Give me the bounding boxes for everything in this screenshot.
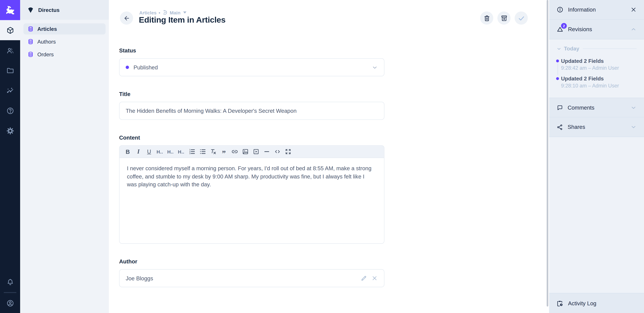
module-help[interactable]: [0, 100, 20, 121]
status-dot-icon: [126, 66, 129, 69]
account-circle-icon: [6, 299, 14, 307]
author-relation-field[interactable]: Joe Bloggs: [119, 269, 384, 287]
sidebar-section-activity-log[interactable]: Activity Log: [549, 293, 644, 313]
edit-pencil-icon[interactable]: [360, 275, 367, 282]
revision-meta: 9:28:10 am – Admin User: [561, 83, 636, 89]
status-value: Published: [134, 64, 158, 70]
content-scrollbar[interactable]: [547, 0, 548, 307]
remove-format-button[interactable]: [208, 146, 218, 157]
nav-item-articles[interactable]: Articles: [24, 23, 106, 34]
revisions-group-label: Today: [564, 45, 579, 52]
revision-entry[interactable]: Updated 2 Fields 9:28:42 am – Admin User: [556, 58, 636, 71]
project-info[interactable]: Directus: [20, 0, 109, 20]
link-button[interactable]: [229, 146, 240, 157]
revision-entry[interactable]: Updated 2 Fields 9:28:10 am – Admin User: [556, 76, 636, 89]
title-input[interactable]: The Hidden Benefits of Morning Walks: A …: [119, 102, 384, 120]
bell-icon: [6, 278, 14, 286]
chevron-down-icon: [556, 46, 561, 51]
bullet-list-button[interactable]: [197, 146, 208, 157]
caret-down-icon[interactable]: [183, 11, 187, 13]
navigation-panel: Directus Articles: [20, 0, 109, 313]
sidebar-section-shares[interactable]: Shares: [549, 117, 644, 137]
bold-button[interactable]: B: [122, 146, 133, 157]
revisions-icon-wrap: 2: [556, 26, 564, 33]
author-value: Joe Bloggs: [126, 275, 153, 281]
module-file-library[interactable]: [0, 60, 20, 80]
code-button[interactable]: [272, 146, 282, 157]
author-field-group: Author Joe Bloggs: [119, 259, 384, 287]
people-icon: [6, 46, 14, 54]
sidebar-filler: [549, 137, 644, 293]
check-icon: [517, 14, 525, 22]
user-menu-button[interactable]: [0, 293, 20, 313]
revisions-list: Today Updated 2 Fields 9:28:42 am – Admi…: [549, 39, 644, 98]
sidebar-section-revisions[interactable]: 2 Revisions: [549, 20, 644, 39]
ordered-list-button[interactable]: 1 2 3: [186, 146, 197, 157]
sidebar-section-comments[interactable]: Comments: [549, 98, 644, 117]
wysiwyg-toolbar: B I U H.. H.. H.. 1 2 3: [120, 146, 384, 158]
right-sidebar: Information 2 Revisions: [549, 0, 644, 313]
group-divider-line: [583, 48, 636, 49]
scale-wrapper: Directus Articles: [0, 0, 644, 313]
module-content[interactable]: [0, 20, 20, 40]
collection-database-icon: [28, 26, 34, 32]
underline-button[interactable]: U: [144, 146, 154, 157]
status-field-label: Status: [119, 47, 384, 54]
insert-image-button[interactable]: [240, 146, 250, 157]
nav-item-label: Orders: [38, 51, 54, 57]
nav-item-authors[interactable]: Authors: [24, 36, 106, 47]
revision-meta: 9:28:42 am – Admin User: [561, 65, 636, 71]
insert-video-button[interactable]: [250, 146, 261, 157]
sidebar-section-label: Comments: [568, 104, 594, 111]
revision-entries: Updated 2 Fields 9:28:42 am – Admin User…: [556, 58, 636, 89]
notifications-button[interactable]: [0, 272, 20, 292]
wysiwyg-content-area[interactable]: I never considered myself a morning pers…: [120, 158, 384, 243]
revision-dot-icon: [556, 77, 559, 80]
gear-icon: [6, 127, 14, 135]
nav-item-orders[interactable]: Orders: [24, 49, 106, 60]
sidebar-section-label: Revisions: [568, 26, 592, 32]
save-item-button[interactable]: [515, 11, 528, 25]
trash-icon: [483, 14, 490, 22]
heading2-button[interactable]: H..: [165, 146, 176, 157]
comment-bubble-icon: [556, 104, 563, 111]
chevron-down-icon[interactable]: [630, 104, 636, 111]
module-user-directory[interactable]: [0, 40, 20, 60]
delete-item-button[interactable]: [480, 11, 493, 25]
module-insights[interactable]: [0, 80, 20, 100]
revisions-count-badge: 2: [561, 23, 567, 29]
archive-icon: [500, 14, 508, 22]
back-button[interactable]: [120, 11, 133, 25]
collection-database-icon: [28, 38, 34, 45]
breadcrumb-collection-link[interactable]: Articles: [139, 10, 156, 15]
close-icon[interactable]: [630, 6, 636, 13]
italic-button[interactable]: I: [133, 146, 144, 157]
item-form: Status Published Title The Hidden Benefi…: [119, 47, 384, 302]
svg-text:2: 2: [189, 151, 190, 153]
title-field-label: Title: [119, 91, 384, 97]
chevron-up-icon[interactable]: [630, 26, 636, 32]
header-actions: [480, 11, 528, 25]
chevron-down-icon[interactable]: [372, 64, 378, 70]
revisions-date-group[interactable]: Today: [556, 45, 636, 52]
sidebar-section-label: Shares: [568, 124, 585, 130]
sidebar-section-information[interactable]: Information: [549, 0, 644, 20]
heading3-button[interactable]: H..: [176, 146, 186, 157]
breadcrumb-version-selector[interactable]: Main: [170, 10, 180, 15]
nav-item-label: Authors: [38, 38, 56, 45]
project-logo-icon: [27, 6, 34, 13]
module-settings[interactable]: [0, 121, 20, 141]
status-field-group: Status Published: [119, 47, 384, 76]
horizontal-rule-button[interactable]: [261, 146, 272, 157]
page-title: Editing Item in Articles: [139, 15, 226, 25]
chevron-down-icon[interactable]: [630, 124, 636, 130]
blockquote-button[interactable]: ”: [218, 146, 229, 157]
fullscreen-button[interactable]: [282, 146, 293, 157]
svg-text:1: 1: [189, 149, 190, 151]
archive-item-button[interactable]: [498, 11, 510, 25]
status-select[interactable]: Published: [119, 58, 384, 76]
deselect-x-icon[interactable]: [371, 275, 378, 282]
heading1-button[interactable]: H..: [154, 146, 165, 157]
insights-chart-icon: [6, 86, 14, 95]
directus-logo-button[interactable]: [0, 0, 20, 20]
